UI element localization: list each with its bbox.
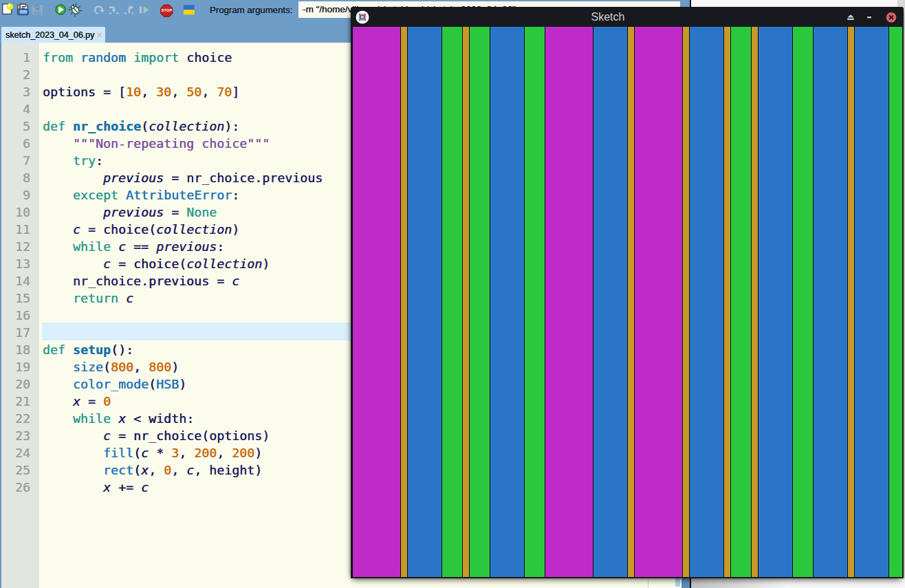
svg-text:STOP: STOP	[161, 8, 172, 12]
